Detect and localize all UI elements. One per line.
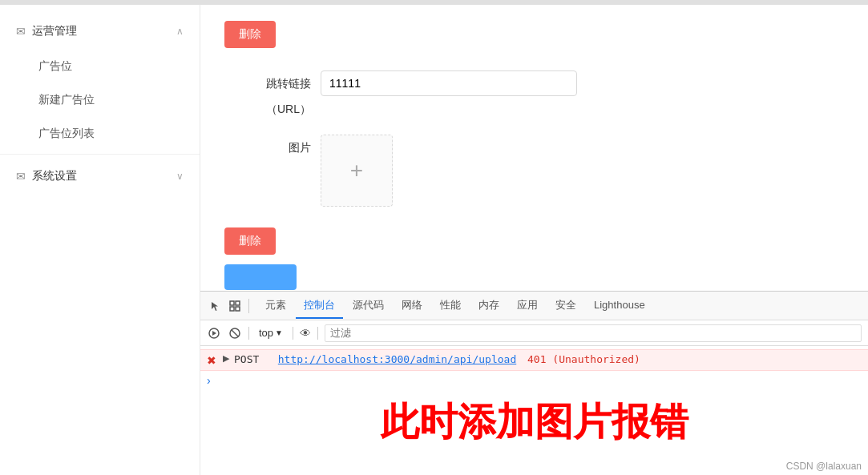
- sidebar-sub-item-ad-position[interactable]: 广告位: [0, 50, 200, 83]
- csdn-watermark: CSDN @lalaxuan: [786, 461, 862, 472]
- add-more-button[interactable]: [224, 264, 297, 290]
- tab-lighthouse[interactable]: Lighthouse: [586, 294, 653, 317]
- devtools-panel: 元素 控制台 源代码 网络 性能 内存: [200, 291, 868, 475]
- tab-memory[interactable]: 内存: [470, 293, 507, 319]
- toolbar-separator-1: [248, 327, 249, 340]
- tab-elements[interactable]: 元素: [257, 293, 294, 319]
- console-error-text: POST http://localhost:3000/admin/api/upl…: [234, 353, 640, 365]
- expand-arrow[interactable]: ▶: [223, 353, 229, 364]
- console-error-row: ✖ ▶ POST http://localhost:3000/admin/api…: [200, 349, 868, 371]
- mail-icon-2: ✉: [16, 170, 26, 183]
- inspect-icon[interactable]: [228, 299, 242, 313]
- console-next-row: ›: [200, 371, 868, 390]
- error-url[interactable]: http://localhost:3000/admin/api/upload: [278, 353, 516, 365]
- sidebar-sub-item-new-ad[interactable]: 新建广告位: [0, 83, 200, 117]
- play-icon[interactable]: [207, 326, 221, 340]
- tab-sources[interactable]: 源代码: [345, 293, 392, 319]
- image-label: 图片: [224, 135, 321, 160]
- sidebar-item-operations[interactable]: ✉ 运营管理 ∧: [0, 13, 200, 50]
- tab-performance[interactable]: 性能: [432, 293, 469, 319]
- filter-input[interactable]: [325, 324, 862, 342]
- mail-icon: ✉: [16, 25, 26, 38]
- toolbar-separator-2: [293, 327, 293, 340]
- sidebar-item-operations-label: 运营管理: [32, 24, 77, 38]
- chevron-down-icon: ∨: [176, 171, 184, 182]
- tab-network[interactable]: 网络: [394, 293, 430, 319]
- devtools-icon-group: [208, 299, 249, 313]
- devtools-console: ✖ ▶ POST http://localhost:3000/admin/api…: [200, 346, 868, 475]
- tab-security[interactable]: 安全: [547, 293, 584, 319]
- sidebar-item-settings-label: 系统设置: [32, 169, 77, 183]
- chevron-up-icon: ∧: [176, 26, 184, 37]
- sidebar-item-settings[interactable]: ✉ 系统设置 ∨: [0, 158, 200, 195]
- dropdown-arrow: ▼: [275, 328, 283, 337]
- svg-rect-1: [236, 301, 240, 305]
- svg-rect-3: [236, 307, 240, 311]
- top-selector[interactable]: top ▼: [256, 325, 286, 340]
- svg-marker-5: [212, 331, 216, 336]
- delete-button-2[interactable]: 删除: [224, 227, 276, 255]
- http-method: POST: [234, 353, 259, 365]
- url-label: 跳转链接（URL）: [224, 70, 321, 122]
- url-input[interactable]: [321, 70, 577, 96]
- svg-line-7: [232, 330, 238, 336]
- delete-button-1[interactable]: 删除: [224, 21, 276, 48]
- error-icon: ✖: [207, 354, 216, 367]
- toolbar-separator-3: [317, 327, 318, 340]
- devtools-toolbar: top ▼ 👁: [200, 320, 868, 346]
- content-area: 删除 跳转链接（URL） 图片 + 删除: [200, 5, 868, 291]
- url-form-row: 跳转链接（URL）: [224, 70, 844, 122]
- sidebar: ✉ 运营管理 ∧ 广告位 新建广告位 广告位列表: [0, 5, 200, 475]
- svg-rect-2: [230, 307, 234, 311]
- error-status: 401 (Unauthorized): [527, 353, 640, 365]
- top-label: top: [259, 327, 273, 339]
- big-error-text: 此时添加图片报错: [200, 390, 868, 451]
- sidebar-group-operations: ✉ 运营管理 ∧ 广告位 新建广告位 广告位列表: [0, 13, 200, 151]
- sidebar-divider: [0, 154, 200, 155]
- svg-rect-0: [230, 301, 234, 305]
- ban-icon[interactable]: [228, 326, 242, 340]
- image-form-row: 图片 +: [224, 135, 844, 207]
- devtools-tabs: 元素 控制台 源代码 网络 性能 内存: [200, 292, 868, 320]
- eye-icon[interactable]: 👁: [300, 327, 311, 340]
- cursor-icon[interactable]: [208, 299, 223, 313]
- image-upload-box[interactable]: +: [321, 135, 393, 207]
- console-chevron[interactable]: ›: [207, 374, 211, 387]
- plus-icon: +: [350, 159, 363, 182]
- tab-console[interactable]: 控制台: [296, 293, 343, 319]
- tab-application[interactable]: 应用: [509, 293, 546, 319]
- sidebar-group-settings: ✉ 系统设置 ∨: [0, 158, 200, 195]
- sidebar-sub-item-ad-list[interactable]: 广告位列表: [0, 117, 200, 151]
